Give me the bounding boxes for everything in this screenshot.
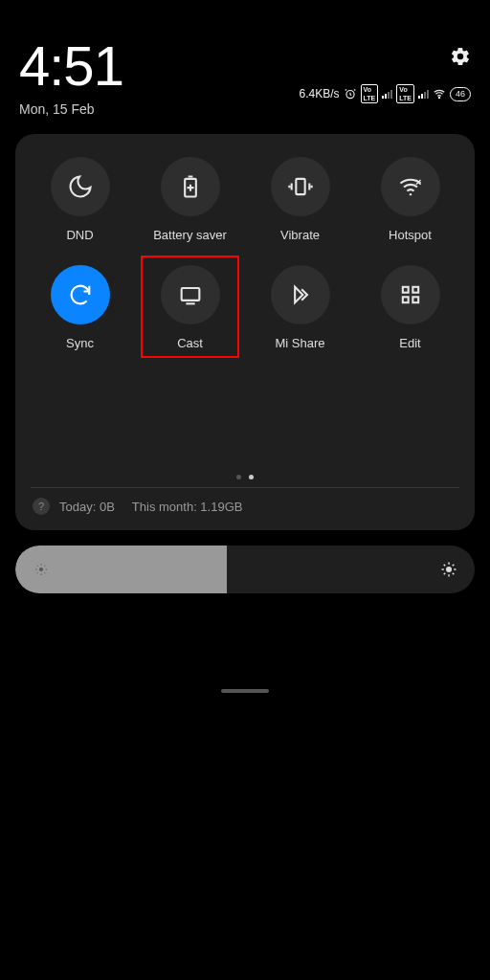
svg-rect-5 <box>181 288 199 301</box>
cast-icon <box>177 281 204 308</box>
page-indicator <box>25 475 465 479</box>
tile-hotspot[interactable]: Hotspot <box>355 157 465 242</box>
alarm-icon <box>344 87 357 100</box>
tile-edit[interactable]: Edit <box>355 265 465 350</box>
brightness-high-icon <box>440 561 457 578</box>
hotspot-icon <box>397 173 424 200</box>
network-speed: 6.4KB/s <box>300 87 340 100</box>
tile-label: Sync <box>66 336 94 350</box>
svg-point-1 <box>438 98 439 99</box>
svg-point-11 <box>446 567 452 572</box>
mishare-icon <box>287 281 314 308</box>
wifi-icon <box>433 87 446 100</box>
grid-icon <box>397 281 424 308</box>
brightness-slider[interactable] <box>15 546 475 593</box>
settings-button[interactable] <box>450 46 471 71</box>
volte-badge-2: VoLTE <box>396 84 414 103</box>
data-usage-row[interactable]: ? Today: 0B This month: 1.19GB <box>25 498 465 515</box>
help-icon: ? <box>33 498 50 515</box>
vibrate-icon <box>287 173 314 200</box>
tile-sync[interactable]: Sync <box>25 265 135 350</box>
signal-icon-1 <box>382 89 392 99</box>
brightness-low-icon <box>33 561 50 578</box>
sync-icon <box>67 281 94 308</box>
tile-label: Battery saver <box>153 228 227 242</box>
status-area: 4:51 Mon, 15 Feb 6.4KB/s VoLTE VoLTE 46 <box>0 0 490 126</box>
tile-cast[interactable]: Cast <box>135 265 245 350</box>
tile-label: Vibrate <box>280 228 320 242</box>
svg-point-4 <box>409 193 411 195</box>
battery-level: 46 <box>450 87 471 101</box>
tile-label: Cast <box>177 336 203 350</box>
signal-icon-2 <box>418 89 429 99</box>
volte-badge-1: VoLTE <box>361 84 379 103</box>
tile-dnd[interactable]: DND <box>25 157 135 242</box>
nav-handle[interactable] <box>221 689 269 693</box>
tile-label: Mi Share <box>275 336 324 350</box>
quick-settings-panel: DND Battery saver Vibrate Hotspot Sync <box>15 134 475 530</box>
usage-month: This month: 1.19GB <box>132 500 243 514</box>
status-bar: 6.4KB/s VoLTE VoLTE 46 <box>300 84 471 103</box>
usage-today: Today: 0B <box>59 500 115 514</box>
tile-label: Hotspot <box>389 228 432 242</box>
tile-label: DND <box>66 228 93 242</box>
divider <box>31 487 459 488</box>
tile-vibrate[interactable]: Vibrate <box>245 157 355 242</box>
moon-icon <box>67 173 94 200</box>
svg-rect-9 <box>412 297 418 302</box>
tile-label: Edit <box>399 336 420 350</box>
svg-rect-3 <box>296 179 304 194</box>
tile-battery-saver[interactable]: Battery saver <box>135 157 245 242</box>
svg-rect-8 <box>402 297 408 302</box>
svg-rect-7 <box>412 287 418 293</box>
svg-point-10 <box>39 568 43 571</box>
clock-time: 4:51 <box>19 38 123 94</box>
tile-mi-share[interactable]: Mi Share <box>245 265 355 350</box>
svg-rect-6 <box>402 287 408 293</box>
battery-plus-icon <box>177 173 204 200</box>
clock-date: Mon, 15 Feb <box>19 101 123 117</box>
